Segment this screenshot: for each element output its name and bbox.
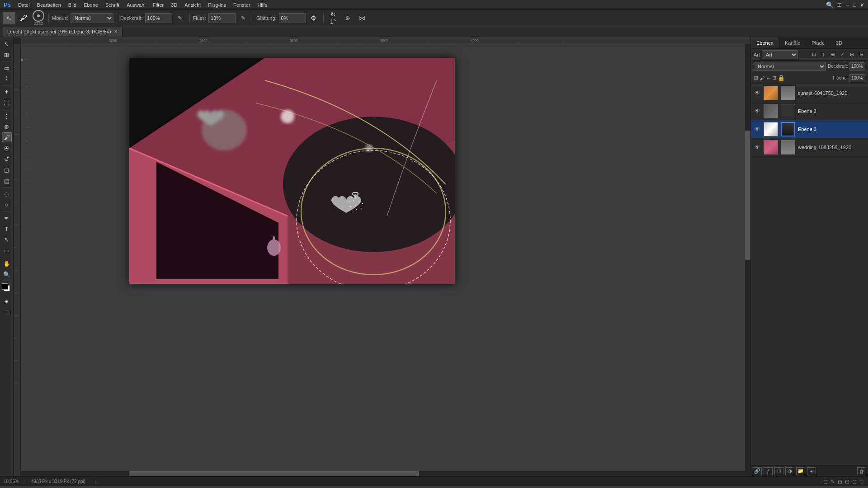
- dodge-tool[interactable]: ○: [2, 200, 12, 210]
- zoom-tool[interactable]: 🔍: [2, 269, 12, 279]
- text-tool[interactable]: T: [2, 224, 12, 234]
- layer-item-wedding[interactable]: 👁 wedding-1083258_1920: [751, 138, 868, 156]
- menu-filter[interactable]: Filter: [153, 2, 164, 8]
- horizontal-scrollbar[interactable]: [21, 471, 745, 476]
- close-icon[interactable]: ✕: [860, 2, 864, 8]
- layer-icon-2[interactable]: T: [819, 51, 827, 59]
- lock-paint-icon[interactable]: 🖌: [760, 75, 764, 81]
- mode-select[interactable]: Normal Multiplizieren Abwedeln: [71, 13, 113, 23]
- lock-transparent-icon[interactable]: ▨: [754, 75, 758, 81]
- file-tab-close[interactable]: ✕: [114, 29, 118, 34]
- layer-adjustment-btn[interactable]: ◑: [785, 467, 794, 475]
- tab-kanaele[interactable]: Kanäle: [779, 37, 806, 48]
- layer-icon-5[interactable]: ⊞: [848, 51, 856, 59]
- search-icon[interactable]: 🔍: [826, 1, 834, 9]
- tab-ebenen[interactable]: Ebenen: [751, 37, 779, 48]
- lock-move-icon[interactable]: ↔: [766, 75, 771, 81]
- layer-icon-1[interactable]: ⊡: [810, 51, 818, 59]
- maximize-icon[interactable]: □: [853, 2, 856, 8]
- layer-eye-wedding[interactable]: 👁: [754, 144, 761, 151]
- eyedropper-tool[interactable]: ⋮: [2, 111, 12, 121]
- status-sep-2: |: [94, 479, 96, 484]
- eraser-tool[interactable]: ◻: [2, 165, 12, 175]
- lock-artboard-icon[interactable]: ⊞: [772, 75, 776, 81]
- layer-icon-6[interactable]: ⊟: [857, 51, 865, 59]
- menu-schrift[interactable]: Schrift: [105, 2, 119, 8]
- lock-all-icon[interactable]: 🔒: [778, 75, 785, 81]
- layer-style-btn[interactable]: ƒ: [764, 467, 773, 475]
- layer-item-ebene2[interactable]: 👁 Ebene 2: [751, 102, 868, 120]
- minimize-icon[interactable]: ─: [845, 2, 849, 8]
- layer-link-btn[interactable]: 🔗: [753, 467, 762, 475]
- fluss-pen-btn[interactable]: ✎: [237, 12, 250, 24]
- workspace-icon[interactable]: ⊡: [837, 2, 842, 8]
- deckkraft-input[interactable]: [145, 13, 172, 23]
- layer-icon-4[interactable]: ✓: [838, 51, 846, 59]
- menu-fenster[interactable]: Fenster: [233, 2, 250, 8]
- menu-auswahl[interactable]: Auswahl: [127, 2, 146, 8]
- status-icon-6[interactable]: ⬚: [859, 479, 864, 485]
- blur-tool[interactable]: ◌: [2, 189, 12, 199]
- brush-tool-icon[interactable]: 🖌: [17, 12, 30, 24]
- angle-btn[interactable]: ↻ 1°: [327, 12, 340, 24]
- marquee-tool[interactable]: ▭: [2, 63, 12, 73]
- wand-tool[interactable]: ✦: [2, 87, 12, 97]
- vertical-scrollbar[interactable]: [745, 44, 750, 476]
- status-icon-4[interactable]: ⊟: [845, 479, 849, 485]
- tab-3d[interactable]: 3D: [830, 37, 848, 48]
- layer-eye-sunset[interactable]: 👁: [754, 89, 761, 97]
- layer-eye-ebene3[interactable]: 👁: [754, 126, 761, 133]
- color-swatch[interactable]: [2, 283, 12, 293]
- menu-bearbeiten[interactable]: Bearbeiten: [37, 2, 61, 8]
- layer-icon-3[interactable]: ⊕: [829, 51, 837, 59]
- gradient-tool[interactable]: ▤: [2, 176, 12, 186]
- menu-bild[interactable]: Bild: [68, 2, 76, 8]
- tab-pfade[interactable]: Pfade: [806, 37, 830, 48]
- layer-group-btn[interactable]: 📁: [796, 467, 805, 475]
- crop-tool[interactable]: ⛶: [2, 98, 12, 108]
- lasso-tool[interactable]: ⌇: [2, 74, 12, 84]
- path-select-tool[interactable]: ↖: [2, 235, 12, 244]
- menu-3d[interactable]: 3D: [171, 2, 177, 8]
- screen-mode-btn[interactable]: ⬚: [2, 307, 12, 317]
- pressure-btn[interactable]: ⊕: [341, 12, 354, 24]
- history-brush-tool[interactable]: ↺: [2, 154, 12, 164]
- move-tool-btn[interactable]: ↖: [3, 12, 15, 24]
- glaettung-settings-btn[interactable]: ⚙: [307, 12, 320, 24]
- fill-value[interactable]: [849, 74, 865, 82]
- file-tab-item[interactable]: Leucht Effekt.psdc bei 19% (Ebene 3, RGB…: [3, 27, 123, 37]
- status-icon-5[interactable]: ⊡: [852, 479, 857, 485]
- menu-ansicht[interactable]: Ansicht: [184, 2, 201, 8]
- spot-heal-tool[interactable]: ⊗: [2, 122, 12, 131]
- shape-tool[interactable]: ▭: [2, 245, 12, 255]
- status-icon-1[interactable]: ⊡: [823, 479, 828, 485]
- status-icon-3[interactable]: ⊞: [838, 479, 842, 485]
- selection-tool[interactable]: ↖: [2, 39, 12, 49]
- layers-list: 👁 sunset-6041750_1920 👁 Ebene 2: [751, 84, 868, 465]
- layer-new-btn[interactable]: +: [807, 467, 816, 475]
- menu-datei[interactable]: Datei: [18, 2, 30, 8]
- status-icon-2[interactable]: ✎: [830, 479, 835, 485]
- menu-plugins[interactable]: Plug-ins: [208, 2, 226, 8]
- hand-tool[interactable]: ✋: [2, 258, 12, 268]
- artboard-tool[interactable]: ⊞: [2, 50, 12, 60]
- art-select[interactable]: Art: [762, 50, 798, 59]
- glaettung-input[interactable]: [279, 13, 306, 23]
- layer-mode-select[interactable]: Normal Multiplizieren Abwedeln Überlager…: [754, 62, 826, 71]
- canvas-scroll-area[interactable]: 0: [21, 44, 750, 476]
- layer-item-ebene3[interactable]: 👁 Ebene 3: [751, 120, 868, 138]
- menu-hilfe[interactable]: Hilfe: [257, 2, 267, 8]
- layer-mask-btn[interactable]: ◻: [774, 467, 783, 475]
- layer-delete-btn[interactable]: 🗑: [857, 467, 866, 475]
- deckkraft-pen-btn[interactable]: ✎: [174, 12, 186, 24]
- menu-ebene[interactable]: Ebene: [84, 2, 98, 8]
- layer-item-sunset[interactable]: 👁 sunset-6041750_1920: [751, 84, 868, 102]
- brush-tool[interactable]: 🖌: [2, 132, 12, 142]
- fluss-input[interactable]: [208, 13, 236, 23]
- symmetry-btn[interactable]: ⋈: [356, 12, 368, 24]
- pen-tool[interactable]: ✒: [2, 213, 12, 223]
- deckkraft-value[interactable]: [849, 62, 865, 70]
- clone-tool[interactable]: ✇: [2, 143, 12, 153]
- quick-mask-btn[interactable]: ◉: [2, 296, 12, 306]
- layer-eye-ebene2[interactable]: 👁: [754, 108, 761, 115]
